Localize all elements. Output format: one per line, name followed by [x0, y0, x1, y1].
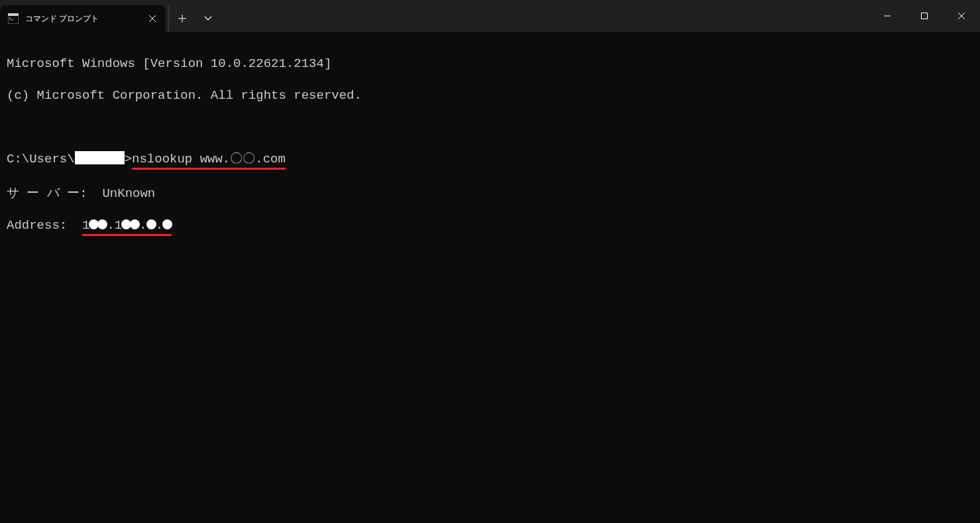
chevron-down-icon [204, 16, 212, 21]
svg-rect-8 [922, 13, 928, 19]
address-label: Address: [7, 218, 82, 233]
server-line: サ ー バ ー: UnKnown [7, 186, 973, 202]
server-label: サ ー バ ー: [7, 186, 102, 201]
minimize-icon [883, 12, 891, 20]
titlebar-drag-area[interactable] [221, 0, 869, 32]
tab-title: コマンド プロンプト [25, 13, 138, 25]
ip-address: 1.1.. [82, 217, 172, 236]
redacted-dot-icon [130, 219, 140, 229]
redacted-dot-icon [162, 219, 172, 229]
tab-active[interactable]: コマンド プロンプト [0, 5, 166, 32]
server-value: UnKnown [102, 186, 155, 201]
close-icon [149, 15, 156, 22]
new-tab-button[interactable] [168, 5, 195, 32]
plus-icon [178, 15, 186, 23]
prompt-gt: > [125, 152, 132, 166]
copyright-line: (c) Microsoft Corporation. All rights re… [7, 87, 973, 103]
window-controls [869, 0, 980, 32]
command-text: nslookup www.〇〇.com [132, 151, 286, 170]
tab-dropdown-button[interactable] [195, 5, 221, 32]
close-icon [957, 12, 965, 20]
maximize-icon [920, 12, 928, 20]
titlebar: コマンド プロンプト [0, 0, 980, 32]
prompt-line: C:\Users\>nslookup www.〇〇.com [7, 151, 973, 170]
prompt-path: C:\Users\ [7, 152, 75, 166]
address-line: Address: 1.1.. [7, 217, 973, 236]
svg-rect-1 [8, 13, 19, 16]
close-window-button[interactable] [943, 0, 980, 32]
cmd-icon [8, 13, 19, 24]
redacted-dot-icon [146, 219, 156, 229]
maximize-button[interactable] [906, 0, 943, 32]
version-line: Microsoft Windows [Version 10.0.22621.21… [7, 56, 973, 72]
minimize-button[interactable] [869, 0, 906, 32]
tab-close-button[interactable] [144, 11, 160, 27]
redacted-username [75, 151, 125, 164]
terminal-output[interactable]: Microsoft Windows [Version 10.0.22621.21… [0, 32, 980, 260]
